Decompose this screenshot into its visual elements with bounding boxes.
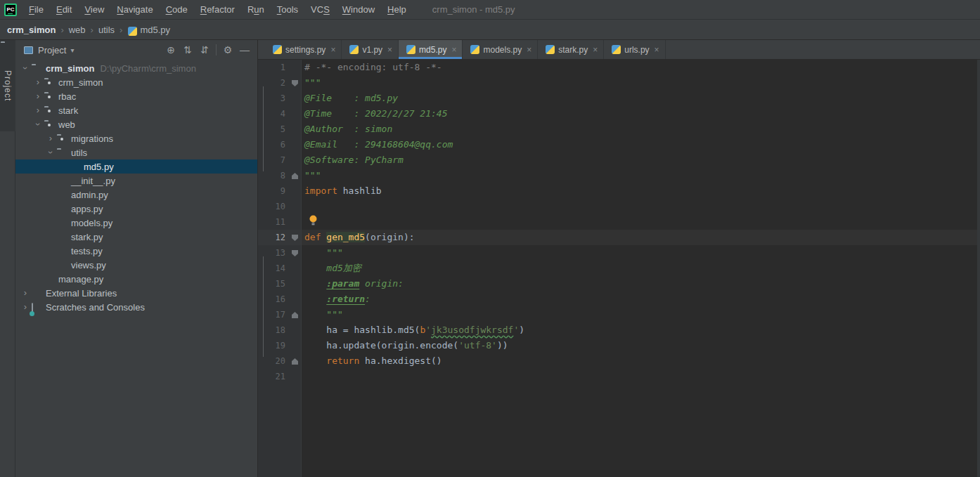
menu-item-run[interactable]: Run: [241, 0, 271, 19]
menu-item-vcs[interactable]: VCS: [304, 0, 336, 19]
tree-item-web[interactable]: ›web: [15, 117, 257, 131]
code-line-11[interactable]: [302, 214, 980, 230]
fold-collapse-icon[interactable]: [292, 80, 298, 86]
tree-item-utils[interactable]: ›utils: [15, 145, 257, 159]
tree-item-md5-py[interactable]: md5.py: [15, 159, 257, 174]
chevron-down-icon[interactable]: ›: [44, 147, 58, 158]
tab-urls-py[interactable]: urls.py×: [604, 40, 665, 59]
tree-item-scratches-and-consoles[interactable]: ›Scratches and Consoles: [15, 300, 257, 314]
tab-stark-py[interactable]: stark.py×: [538, 40, 604, 59]
code-line-16[interactable]: :return:: [302, 292, 980, 307]
tab-settings-py[interactable]: settings.py×: [265, 40, 342, 59]
code-line-8[interactable]: """: [302, 168, 980, 183]
line-number[interactable]: 21: [258, 372, 290, 381]
close-icon[interactable]: ×: [655, 45, 659, 55]
chevron-down-icon[interactable]: ▾: [70, 46, 74, 54]
code-line-4[interactable]: @Time : 2022/2/27 21:45: [302, 106, 980, 122]
breadcrumb-item-md5-py[interactable]: md5.py: [140, 25, 170, 35]
tab-v1-py[interactable]: v1.py×: [342, 40, 399, 59]
tree-item-external-libraries[interactable]: ›External Libraries: [15, 286, 257, 300]
menu-item-help[interactable]: Help: [381, 0, 413, 19]
menu-item-file[interactable]: File: [22, 0, 50, 19]
hide-icon[interactable]: —: [236, 44, 253, 55]
line-number[interactable]: 1: [258, 63, 290, 72]
tree-item-stark-py[interactable]: stark.py: [15, 230, 257, 244]
tree-item-rbac[interactable]: ›rbac: [15, 89, 257, 103]
tree-item-models-py[interactable]: models.py: [15, 216, 257, 230]
tree-item-init-py[interactable]: __init__.py: [15, 174, 257, 188]
tree-item-stark[interactable]: ›stark: [15, 103, 257, 117]
close-icon[interactable]: ×: [593, 45, 598, 55]
intention-bulb-icon[interactable]: [309, 215, 318, 230]
code-line-10[interactable]: [302, 199, 980, 214]
chevron-down-icon[interactable]: ›: [18, 63, 32, 74]
chevron-right-icon[interactable]: ›: [32, 75, 44, 89]
code-line-2[interactable]: """: [302, 75, 980, 91]
settings-icon[interactable]: ⚙: [219, 44, 236, 55]
editor-area[interactable]: 123456789101112131415161718192021 # -*- …: [258, 60, 980, 477]
code-line-20[interactable]: return ha.hexdigest(): [302, 353, 980, 369]
code-line-15[interactable]: :param origin:: [302, 276, 980, 292]
code-line-5[interactable]: @Author : simon: [302, 122, 980, 137]
line-number[interactable]: 9: [258, 186, 290, 196]
line-number[interactable]: 8: [258, 171, 290, 181]
fold-collapse-icon[interactable]: [292, 235, 298, 241]
code-line-3[interactable]: @File : md5.py: [302, 91, 980, 106]
code-line-12[interactable]: def gen_md5(origin):: [302, 230, 980, 245]
code-line-19[interactable]: ha.update(origin.encode('utf-8')): [302, 338, 980, 353]
line-number[interactable]: 12: [258, 233, 290, 242]
fold-collapse-icon[interactable]: [292, 250, 298, 256]
expand-all-icon[interactable]: ⇅: [179, 44, 196, 55]
menu-item-tools[interactable]: Tools: [271, 0, 304, 19]
editor-gutter[interactable]: 123456789101112131415161718192021: [258, 60, 302, 477]
code-line-21[interactable]: [302, 369, 980, 384]
chevron-right-icon[interactable]: ›: [45, 131, 56, 145]
tab-models-py[interactable]: models.py×: [463, 40, 538, 59]
menu-item-edit[interactable]: Edit: [50, 0, 78, 19]
breadcrumb-item-crm-simon[interactable]: crm_simon: [7, 25, 56, 35]
code-line-9[interactable]: import hashlib: [302, 183, 980, 199]
chevron-right-icon[interactable]: ›: [32, 103, 44, 117]
code-line-7[interactable]: @Software: PyCharm: [302, 152, 980, 168]
tab-md5-py[interactable]: md5.py×: [399, 40, 463, 59]
tree-item-admin-py[interactable]: admin.py: [15, 188, 257, 202]
collapse-all-icon[interactable]: ⇵: [196, 44, 213, 55]
breadcrumb-item-web[interactable]: web: [69, 25, 86, 35]
close-icon[interactable]: ×: [387, 45, 392, 55]
tree-item-tests-py[interactable]: tests.py: [15, 244, 257, 258]
menu-item-refactor[interactable]: Refactor: [194, 0, 241, 19]
fold-end-icon[interactable]: [292, 358, 298, 365]
code-area[interactable]: # -*- encoding: utf-8 -*-"""@File : md5.…: [302, 60, 980, 477]
locate-icon[interactable]: ⊕: [162, 44, 179, 55]
close-icon[interactable]: ×: [527, 45, 531, 55]
project-panel-title[interactable]: Project: [38, 45, 66, 55]
line-number[interactable]: 20: [258, 356, 290, 366]
code-line-13[interactable]: """: [302, 245, 980, 261]
menu-item-navigate[interactable]: Navigate: [110, 0, 159, 19]
tree-item-manage-py[interactable]: manage.py: [15, 272, 257, 286]
code-line-17[interactable]: """: [302, 307, 980, 322]
close-icon[interactable]: ×: [451, 45, 456, 55]
code-line-6[interactable]: @Email : 294168604@qq.com: [302, 137, 980, 152]
menu-item-code[interactable]: Code: [160, 0, 194, 19]
close-icon[interactable]: ×: [330, 45, 335, 55]
fold-end-icon[interactable]: [292, 173, 298, 179]
code-line-18[interactable]: ha = hashlib.md5(b'jk3usodfjwkrsdf'): [302, 322, 980, 338]
chevron-right-icon[interactable]: ›: [32, 89, 44, 103]
menu-item-window[interactable]: Window: [336, 0, 381, 19]
chevron-right-icon[interactable]: ›: [20, 286, 31, 300]
tree-item-crm-simon[interactable]: ›crm_simonD:\pyCharm\crm_simon: [15, 61, 257, 75]
tree-item-views-py[interactable]: views.py: [15, 258, 257, 272]
tree-item-crm-simon[interactable]: ›crm_simon: [15, 75, 257, 89]
menu-item-view[interactable]: View: [78, 0, 110, 19]
breadcrumb-item-utils[interactable]: utils: [98, 25, 115, 35]
project-tool-button[interactable]: Project: [0, 40, 15, 131]
code-line-14[interactable]: md5加密: [302, 261, 980, 276]
line-number[interactable]: 10: [258, 202, 290, 211]
tree-item-migrations[interactable]: ›migrations: [15, 131, 257, 145]
chevron-down-icon[interactable]: ›: [31, 119, 45, 130]
line-number[interactable]: 11: [258, 217, 290, 227]
fold-end-icon[interactable]: [292, 312, 298, 318]
tree-item-apps-py[interactable]: apps.py: [15, 202, 257, 216]
code-line-1[interactable]: # -*- encoding: utf-8 -*-: [302, 60, 980, 75]
